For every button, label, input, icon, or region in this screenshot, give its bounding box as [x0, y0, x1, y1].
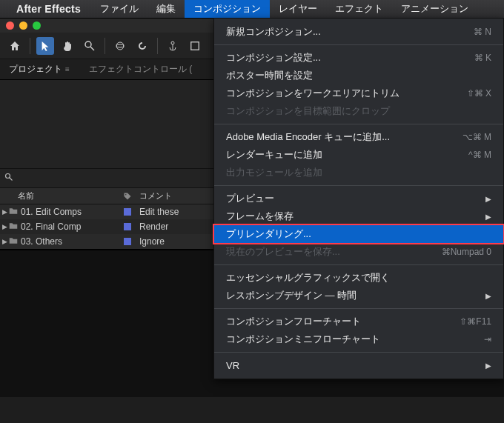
menu-separator [214, 264, 503, 265]
panel-menu-icon[interactable]: ≡ [65, 65, 70, 73]
svg-point-1 [116, 42, 124, 50]
menu-item: 現在のプレビューを保存...⌘Numpad 0 [214, 243, 503, 261]
menu-item[interactable]: Adobe Media Encoder キューに追加...⌥⌘ M [214, 128, 503, 146]
separator [105, 38, 105, 54]
tab-project[interactable]: プロジェクト ≡ [6, 59, 73, 79]
tab-label: プロジェクト [9, 63, 62, 76]
menu-コンポジション[interactable]: コンポジション [185, 0, 270, 18]
column-header-label[interactable] [119, 192, 136, 201]
menu-エフェクト[interactable]: エフェクト [326, 0, 392, 18]
svg-point-5 [6, 174, 10, 179]
item-name: 03. Others [19, 236, 119, 247]
shape-tool-icon[interactable] [186, 37, 204, 55]
disclosure-icon[interactable]: ▶ [0, 238, 9, 245]
disclosure-icon[interactable]: ▶ [0, 208, 9, 216]
menu-item[interactable]: プリレンダリング... [214, 225, 503, 243]
folder-icon [9, 236, 19, 247]
menu-item[interactable]: フレームを保存▶ [214, 207, 503, 225]
disclosure-icon[interactable]: ▶ [0, 223, 9, 230]
zoom-icon[interactable] [33, 21, 41, 30]
app-name: After Effects [16, 3, 81, 15]
menu-separator [214, 124, 503, 124]
svg-rect-4 [191, 41, 199, 50]
menu-shortcut: ⌘Numpad 0 [442, 247, 491, 257]
menu-item-label: 出力モジュールを追加 [226, 166, 322, 179]
zoom-tool-icon[interactable] [81, 37, 99, 55]
orbit-tool-icon[interactable] [111, 37, 129, 55]
menu-item[interactable]: コンポジションをワークエリアにトリム⇧⌘ X [214, 84, 503, 102]
separator [30, 38, 30, 54]
selection-tool-icon[interactable] [36, 37, 54, 55]
submenu-arrow-icon: ▶ [485, 362, 491, 370]
tab-effect-controls[interactable]: エフェクトコントロール ( [86, 59, 195, 79]
menu-shortcut: ^⌘ M [468, 150, 491, 160]
svg-point-2 [116, 44, 124, 47]
menu-item: 出力モジュールを追加 [214, 164, 503, 181]
item-name: 02. Final Comp [19, 222, 119, 232]
menu-item-label: プレビュー [226, 192, 274, 205]
menu-item[interactable]: コンポジションフローチャート⇧⌘F11 [214, 313, 503, 330]
menu-item-label: Adobe Media Encoder キューに追加... [226, 130, 390, 144]
menu-item[interactable]: コンポジションミニフローチャート⇥ [214, 330, 503, 348]
menu-item[interactable]: ポスター時間を設定 [214, 67, 503, 84]
folder-icon [9, 207, 19, 218]
menu-item[interactable]: 新規コンポジション...⌘ N [214, 23, 503, 41]
menu-item-label: コンポジションを目標範囲にクロップ [226, 104, 390, 118]
menu-shortcut: ⌘ K [474, 53, 491, 63]
menu-item[interactable]: エッセンシャルグラフィックスで開く [214, 269, 503, 287]
menu-separator [214, 308, 503, 309]
menu-item-label: 新規コンポジション... [226, 25, 321, 39]
menu-separator [214, 352, 503, 353]
menu-shortcut: ⇥ [484, 334, 491, 344]
separator [157, 38, 158, 54]
column-header-name[interactable]: 名前 [0, 190, 119, 201]
menu-item-label: コンポジションフローチャート [226, 315, 361, 328]
minimize-icon[interactable] [19, 21, 27, 30]
menu-item[interactable]: プレビュー▶ [214, 190, 503, 207]
menu-separator [214, 44, 503, 45]
menu-編集[interactable]: 編集 [147, 0, 185, 18]
menu-レイヤー[interactable]: レイヤー [270, 0, 326, 18]
menu-shortcut: ⌘ N [474, 27, 491, 37]
menubar-items: ファイル編集コンポジションレイヤーエフェクトアニメーション [91, 0, 477, 18]
menu-shortcut: ⇧⌘ X [467, 88, 491, 99]
menu-item-label: レスポンシブデザイン — 時間 [226, 289, 357, 302]
menu-item-label: コンポジション設定... [226, 51, 321, 64]
menu-item[interactable]: レスポンシブデザイン — 時間▶ [214, 287, 503, 304]
rotate-tool-icon[interactable] [133, 37, 151, 55]
submenu-arrow-icon: ▶ [485, 213, 491, 221]
menu-item-label: レンダーキューに追加 [226, 148, 322, 161]
item-label-color[interactable] [119, 208, 136, 216]
item-name: 01. Edit Comps [19, 207, 119, 217]
menu-item[interactable]: コンポジション設定...⌘ K [214, 49, 503, 67]
menu-ファイル[interactable]: ファイル [91, 0, 147, 18]
search-icon [4, 173, 13, 184]
svg-point-3 [171, 41, 174, 44]
menu-item[interactable]: レンダーキューに追加^⌘ M [214, 146, 503, 164]
home-icon[interactable] [6, 37, 24, 55]
submenu-arrow-icon: ▶ [485, 195, 491, 203]
tab-label: エフェクトコントロール ( [89, 63, 192, 76]
menu-item-label: VR [226, 360, 239, 371]
menu-item-label: 現在のプレビューを保存... [226, 245, 340, 259]
close-icon[interactable] [6, 21, 14, 30]
hand-tool-icon[interactable] [59, 37, 76, 55]
anchor-tool-icon[interactable] [164, 37, 182, 55]
menu-separator [214, 185, 503, 186]
menu-item-label: フレームを保存 [226, 210, 294, 223]
menu-item-label: エッセンシャルグラフィックスで開く [226, 271, 390, 284]
macos-menubar: After Effects ファイル編集コンポジションレイヤーエフェクトアニメー… [0, 0, 504, 18]
menu-shortcut: ⇧⌘F11 [460, 316, 491, 327]
menu-item-label: コンポジションをワークエリアにトリム [226, 87, 399, 100]
menu-item: コンポジションを目標範囲にクロップ [214, 102, 503, 120]
menu-item[interactable]: VR▶ [214, 356, 503, 374]
menu-shortcut: ⌥⌘ M [462, 132, 491, 142]
folder-icon [9, 222, 19, 233]
item-label-color[interactable] [119, 223, 136, 230]
menu-item-label: コンポジションミニフローチャート [226, 333, 380, 346]
svg-point-6 [125, 194, 127, 196]
menu-アニメーション[interactable]: アニメーション [392, 0, 477, 18]
submenu-arrow-icon: ▶ [485, 292, 491, 300]
item-label-color[interactable] [119, 238, 136, 245]
menu-item-label: プリレンダリング... [226, 227, 311, 241]
